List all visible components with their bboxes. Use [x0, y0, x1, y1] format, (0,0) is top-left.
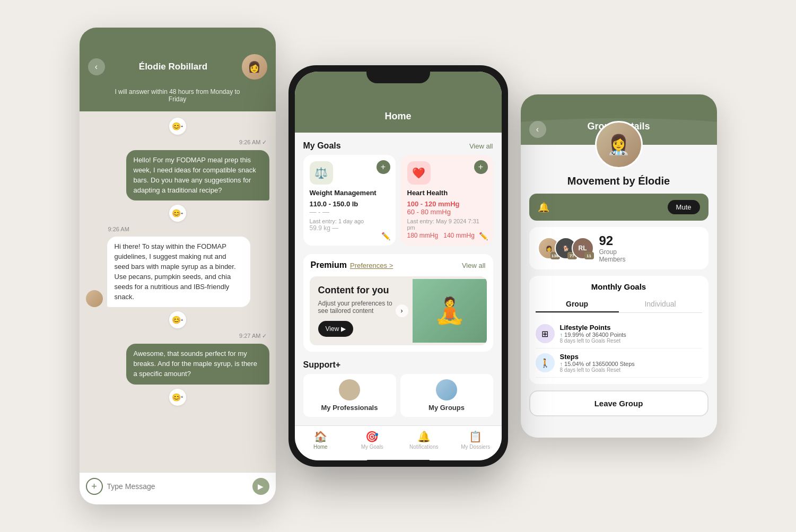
group-body-wrapper: 👩‍⚕️ Movement by Élodie 🔔 Mute 👩 136: [521, 121, 717, 425]
steps-icon: 🚶: [536, 353, 555, 372]
group-name: Movement by Élodie: [529, 175, 708, 187]
dossiers-nav-icon: 📋: [469, 430, 482, 443]
goals-view-all[interactable]: View all: [469, 142, 493, 150]
goals-title: My Goals: [303, 141, 341, 151]
phone-home-indicator: [366, 460, 430, 463]
mute-button[interactable]: Mute: [668, 200, 700, 214]
premium-card-subtitle: Adjust your preferences to see tailored …: [318, 300, 404, 315]
monthly-goals-section: Monthly Goals Group Individual ⊞ Lifesty…: [529, 276, 708, 384]
steps-arrow: ↑: [560, 361, 563, 367]
goals-tab-individual[interactable]: Individual: [619, 296, 702, 312]
premium-card-title: Content for you: [318, 285, 404, 296]
chat-contact-avatar: 👩: [242, 54, 267, 80]
chat-availability-text: I will answer within 48 hours from Monda…: [80, 88, 276, 111]
home-body: My Goals View all ⚖️ + Weight Management…: [295, 133, 502, 425]
chat-contact-name: Élodie Robillard: [111, 62, 235, 72]
screens-container: ‹ Élodie Robillard 👩 I will answer withi…: [80, 28, 717, 504]
member-badge-3: 11: [584, 252, 594, 259]
heart-goal-edit-icon[interactable]: ✏️: [479, 232, 488, 240]
leave-group-button[interactable]: Leave Group: [529, 390, 708, 416]
group-profile-emoji: 👩‍⚕️: [607, 134, 631, 156]
group-body: Movement by Élodie 🔔 Mute 👩 136 🐕: [521, 175, 717, 425]
chat-message-row-outgoing-1: Hello! For my FODMAP meal prep this week…: [86, 150, 269, 200]
emoji-reaction-4[interactable]: 😊+: [169, 389, 186, 406]
lifestyle-points-text: Lifestyle Points ↑ 19.99% of 36400 Point…: [560, 324, 626, 344]
steps-sub: 8 days left to Goals Reset: [560, 367, 635, 373]
weight-goal-dash: — - —: [310, 208, 389, 216]
nav-item-goals[interactable]: 🎯 My Goals: [346, 430, 398, 450]
member-count-number: 92: [599, 233, 626, 248]
heart-goal-card: ❤️ + Heart Health 100 - 120 mmHg 60 - 80…: [401, 155, 493, 246]
nav-item-notifications[interactable]: 🔔 Notifications: [398, 430, 450, 450]
chat-message-row-outgoing-2: Awesome, that sounds perfect for my brea…: [86, 344, 269, 385]
goals-section-header: My Goals View all: [303, 141, 493, 151]
premium-label: Premium: [311, 260, 347, 270]
chat-screen: ‹ Élodie Robillard 👩 I will answer withi…: [80, 28, 276, 504]
heart-current-2: 140 mmHg: [443, 232, 475, 239]
chat-back-button[interactable]: ‹: [88, 58, 105, 75]
chat-input-bar: + ▶: [80, 472, 276, 500]
avatar-image: 👩: [242, 54, 267, 80]
chat-bubble-outgoing-1: Hello! For my FODMAP meal prep this week…: [126, 150, 269, 200]
lifestyle-points-arrow: ↑: [560, 332, 563, 338]
premium-card: Content for you Adjust your preferences …: [310, 276, 487, 345]
weight-goal-plus-button[interactable]: +: [377, 160, 390, 174]
lifestyle-points-sub: 8 days left to Goals Reset: [560, 338, 626, 344]
home-screen: Home My Goals View all ⚖️ + Weight Manag…: [295, 72, 502, 460]
support-tab-groups-label: My Groups: [428, 404, 465, 412]
goals-nav-icon: 🎯: [365, 430, 379, 443]
chat-message-input[interactable]: [107, 482, 248, 491]
premium-card-people-icon: 🧘: [434, 296, 466, 326]
nav-item-home[interactable]: 🏠 Home: [295, 430, 347, 450]
premium-card-image: 🧘: [413, 279, 487, 343]
group-notify-bar: 🔔 Mute: [529, 194, 708, 221]
home-phone-frame: Home My Goals View all ⚖️ + Weight Manag…: [288, 65, 508, 467]
heart-current-1: 180 mmHg: [407, 232, 439, 239]
member-avatar-1-img: 👩: [546, 246, 552, 251]
goals-nav-label: My Goals: [361, 444, 383, 450]
weight-goal-kg: 59.9 kg —: [310, 224, 389, 232]
support-tabs: My Professionals My Groups: [303, 374, 493, 417]
emoji-reaction-2[interactable]: 😊+: [169, 205, 186, 222]
lifestyle-points-row: ⊞ Lifestyle Points ↑ 19.99% of 36400 Poi…: [536, 319, 702, 348]
premium-view-button[interactable]: View ▶: [318, 321, 353, 337]
message-time-1: 9:26 AM ✓: [86, 139, 269, 146]
chat-bubble-outgoing-2: Awesome, that sounds perfect for my brea…: [126, 344, 269, 385]
heart-goal-range2: 60 - 80 mmHg: [407, 208, 487, 216]
preferences-link[interactable]: Preferences >: [350, 261, 393, 269]
support-tab-groups[interactable]: My Groups: [400, 374, 493, 417]
group-screen: ‹ Group Details 👩‍⚕️ Movement by Élodie …: [521, 94, 717, 438]
support-title: Support+: [303, 360, 341, 370]
heart-goal-plus-button[interactable]: +: [474, 160, 488, 174]
home-title: Home: [305, 111, 491, 122]
heart-goal-name: Heart Health: [407, 189, 487, 197]
incoming-avatar-1: [86, 290, 103, 307]
chat-add-button[interactable]: +: [86, 478, 103, 495]
support-tab-groups-avatar: [436, 379, 457, 400]
member-avatar-2-img: 🐕: [563, 246, 569, 251]
heart-goal-icon: ❤️: [407, 161, 431, 185]
goals-tab-group[interactable]: Group: [536, 296, 619, 312]
weight-goal-name: Weight Management: [310, 189, 389, 197]
steps-progress-text: 15.04% of 13650000 Steps: [564, 361, 635, 367]
weight-goal-entry: Last entry: 1 day ago: [310, 218, 389, 224]
emoji-reaction-1[interactable]: 😊+: [169, 118, 186, 135]
premium-view-all[interactable]: View all: [462, 261, 486, 269]
member-avatars: 👩 136 🐕 77 RL 11: [538, 237, 589, 259]
support-tab-professionals[interactable]: My Professionals: [303, 374, 396, 417]
member-count-text: GroupMembers: [599, 248, 626, 263]
group-profile-image: 👩‍⚕️: [595, 121, 643, 169]
weight-goal-icon: ⚖️: [310, 161, 333, 185]
support-tab-professionals-label: My Professionals: [321, 404, 378, 412]
nav-item-dossiers[interactable]: 📋 My Dossiers: [450, 430, 502, 450]
premium-header: Premium Preferences > View all: [303, 254, 493, 276]
goals-row: ⚖️ + Weight Management 110.0 - 150.0 lb …: [303, 155, 493, 246]
chat-send-button[interactable]: ▶: [252, 478, 269, 495]
heart-goal-current: 180 mmHg 140 mmHg: [407, 232, 487, 239]
notifications-nav-label: Notifications: [409, 444, 438, 450]
emoji-reaction-3[interactable]: 😊+: [169, 311, 186, 328]
lifestyle-points-progress-text: 19.99% of 36400 Points: [564, 332, 626, 338]
weight-goal-edit-icon[interactable]: ✏️: [381, 232, 390, 240]
premium-carousel-arrow[interactable]: ›: [396, 304, 408, 317]
monthly-goals-title: Monthly Goals: [536, 282, 702, 291]
